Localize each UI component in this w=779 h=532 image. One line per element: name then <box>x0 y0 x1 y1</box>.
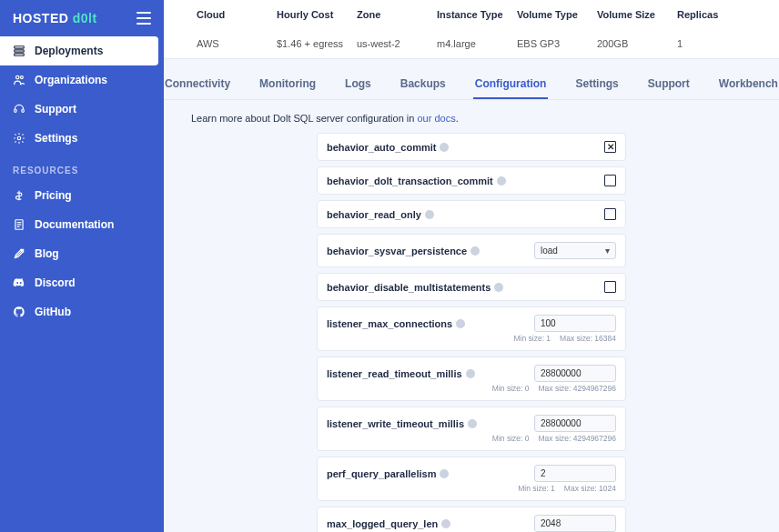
checkbox-behavior_disable_multistatements[interactable] <box>604 281 616 293</box>
info-value: 1 <box>672 29 752 58</box>
config-item-listener_write_timeout_millis: listener_write_timeout_millisMin size: 0… <box>317 407 626 451</box>
checkbox-behavior_auto_commit[interactable] <box>604 141 616 153</box>
info-value: AWS <box>191 29 271 58</box>
pricing-icon <box>13 189 25 202</box>
docs-link[interactable]: our docs <box>417 113 455 124</box>
sidebar-item-discord[interactable]: Discord <box>0 268 164 297</box>
tab-backups[interactable]: Backups <box>399 70 448 99</box>
nav-resources: PricingDocumentationBlogDiscordGitHub <box>0 181 164 326</box>
info-value: EBS GP3 <box>511 29 592 58</box>
info-header: Volume Type <box>511 0 592 29</box>
info-value: us-west-2 <box>351 29 431 58</box>
input-listener_read_timeout_millis[interactable] <box>534 365 616 382</box>
documentation-icon <box>13 218 25 231</box>
config-label: behavior_auto_commit <box>327 142 449 153</box>
info-header: Hourly Cost <box>271 0 351 29</box>
github-icon <box>13 306 25 318</box>
svg-point-7 <box>17 136 21 140</box>
tab-configuration[interactable]: Configuration <box>473 70 549 99</box>
sidebar-item-settings[interactable]: Settings <box>0 124 164 153</box>
input-max_logged_query_len[interactable] <box>534 515 616 532</box>
svg-point-4 <box>20 76 23 79</box>
blog-icon <box>13 247 25 260</box>
select-behavior_sysvar_persistence[interactable]: load <box>534 242 616 259</box>
config-hint: Min size: 1Max size: 16384 <box>327 334 616 343</box>
config-label: listener_max_connections <box>327 318 465 329</box>
info-value: $1.46 + egress <box>271 29 351 58</box>
learn-more: Learn more about Dolt SQL server configu… <box>191 113 752 124</box>
config-hint: Min size: 0Max size: 4294967296 <box>327 434 616 443</box>
config-hint: Min size: 1Max size: 1024 <box>327 484 616 493</box>
help-icon[interactable] <box>440 143 449 152</box>
config-item-behavior_auto_commit: behavior_auto_commit <box>317 133 626 161</box>
tab-workbench[interactable]: Workbench <box>717 70 779 99</box>
config-label: behavior_disable_multistatements <box>327 282 503 293</box>
sidebar-item-label: GitHub <box>35 306 71 318</box>
help-icon[interactable] <box>440 469 449 478</box>
config-label: behavior_dolt_transaction_commit <box>327 176 506 186</box>
logo[interactable]: HOSTED d0lt <box>13 11 97 25</box>
tab-monitoring[interactable]: Monitoring <box>258 70 318 99</box>
sidebar-item-label: Deployments <box>35 45 103 57</box>
sidebar-item-support[interactable]: Support <box>0 95 164 124</box>
sidebar-item-blog[interactable]: Blog <box>0 239 164 268</box>
help-icon[interactable] <box>425 210 434 219</box>
config-label: behavior_sysvar_persistence <box>327 246 480 256</box>
svg-rect-6 <box>22 109 24 113</box>
svg-rect-2 <box>15 54 25 55</box>
help-icon[interactable] <box>470 246 480 256</box>
input-listener_write_timeout_millis[interactable] <box>534 415 616 432</box>
organizations-icon <box>13 74 25 86</box>
menu-toggle-icon[interactable] <box>137 12 151 25</box>
main-panel: CloudHourly CostZoneInstance TypeVolume … <box>164 0 779 532</box>
sidebar-item-documentation[interactable]: Documentation <box>0 210 164 239</box>
config-item-perf_query_parallelism: perf_query_parallelismMin size: 1Max siz… <box>317 457 626 501</box>
info-value: 200GB <box>592 29 672 58</box>
checkbox-behavior_dolt_transaction_commit[interactable] <box>604 175 616 186</box>
tab-settings[interactable]: Settings <box>573 70 620 99</box>
deployments-icon <box>13 45 25 57</box>
input-perf_query_parallelism[interactable] <box>534 465 616 482</box>
info-header: Replicas <box>672 0 752 29</box>
discord-icon <box>13 276 25 289</box>
config-label: max_logged_query_len <box>327 518 450 529</box>
sidebar-item-label: Documentation <box>35 218 114 231</box>
settings-icon <box>13 132 25 145</box>
sidebar-item-label: Blog <box>35 247 59 260</box>
nav-main: DeploymentsOrganizationsSupportSettings <box>0 36 164 153</box>
config-item-max_logged_query_len: max_logged_query_lenMin size: -1Max size… <box>317 507 626 532</box>
sidebar-item-label: Support <box>35 103 76 115</box>
info-header: Instance Type <box>431 0 511 29</box>
info-header: Cloud <box>191 0 271 29</box>
config-label: perf_query_parallelism <box>327 468 449 479</box>
info-value: m4.large <box>431 29 511 58</box>
sidebar-item-deployments[interactable]: Deployments <box>0 36 158 65</box>
help-icon[interactable] <box>456 319 465 328</box>
sidebar-item-label: Settings <box>35 132 77 145</box>
config-label: behavior_read_only <box>327 209 434 220</box>
tab-logs[interactable]: Logs <box>343 70 373 99</box>
tabs: ConnectivityMonitoringLogsBackupsConfigu… <box>164 59 779 100</box>
help-icon[interactable] <box>497 176 506 186</box>
tab-connectivity[interactable]: Connectivity <box>164 70 232 99</box>
input-listener_max_connections[interactable] <box>534 315 616 332</box>
config-item-behavior_read_only: behavior_read_only <box>317 200 626 228</box>
resources-label: RESOURCES <box>0 153 164 181</box>
sidebar-item-pricing[interactable]: Pricing <box>0 181 164 210</box>
checkbox-behavior_read_only[interactable] <box>604 208 616 220</box>
config-item-listener_read_timeout_millis: listener_read_timeout_millisMin size: 0M… <box>317 356 626 401</box>
config-item-listener_max_connections: listener_max_connectionsMin size: 1Max s… <box>317 306 626 351</box>
config-item-behavior_disable_multistatements: behavior_disable_multistatements <box>317 273 626 301</box>
info-header: Zone <box>351 0 431 29</box>
svg-rect-1 <box>15 50 25 52</box>
svg-rect-5 <box>15 109 16 113</box>
tab-support[interactable]: Support <box>646 70 692 99</box>
config-item-behavior_dolt_transaction_commit: behavior_dolt_transaction_commit <box>317 166 626 195</box>
help-icon[interactable] <box>441 519 450 528</box>
help-icon[interactable] <box>494 283 503 292</box>
help-icon[interactable] <box>466 369 475 378</box>
sidebar-item-github[interactable]: GitHub <box>0 297 164 326</box>
sidebar-item-organizations[interactable]: Organizations <box>0 65 164 95</box>
help-icon[interactable] <box>468 419 477 428</box>
config-label: listener_read_timeout_millis <box>327 368 475 379</box>
